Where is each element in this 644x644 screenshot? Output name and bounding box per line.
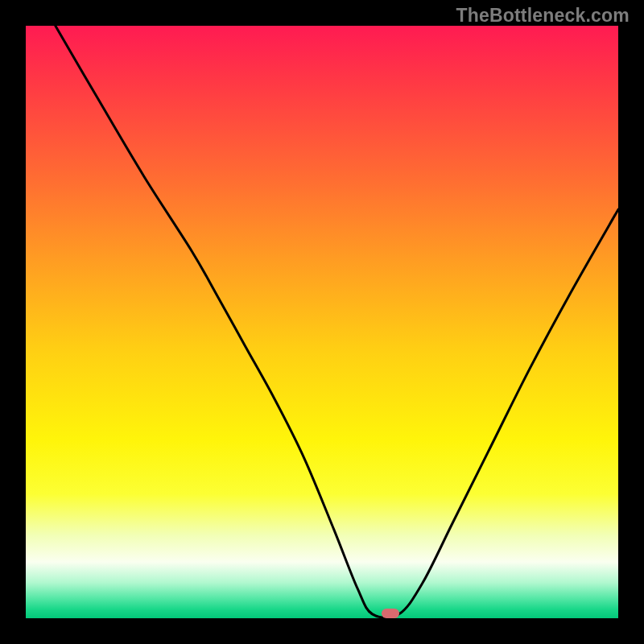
optimal-marker [382, 609, 399, 618]
gradient-background [26, 26, 618, 618]
svg-rect-0 [26, 26, 618, 618]
plot-area [26, 26, 618, 618]
chart-container: TheBottleneck.com [0, 0, 644, 644]
watermark-text: TheBottleneck.com [456, 5, 630, 27]
